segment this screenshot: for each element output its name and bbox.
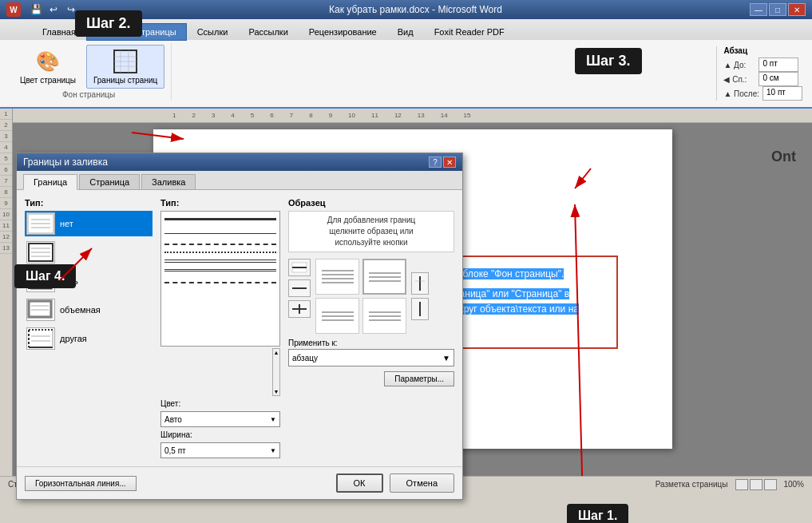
type-frame[interactable]: [25, 240, 152, 265]
ruler-mark-10: 10: [348, 112, 355, 119]
border-line-list[interactable]: [160, 211, 280, 347]
step4-label: Шаг 4.: [14, 264, 76, 288]
ruler-mark-2: 2: [192, 112, 195, 119]
ruler-10: 10: [0, 209, 12, 220]
color-select[interactable]: Авто ▼: [160, 411, 280, 427]
right-label: ◀ Сп.:: [723, 75, 755, 84]
preview-side-btns: [288, 259, 311, 334]
width-select[interactable]: 0,5 пт ▼: [160, 442, 280, 458]
params-button[interactable]: Параметры...: [384, 371, 454, 386]
close-btn[interactable]: ✕: [788, 3, 806, 16]
ruler-12: 12: [0, 232, 12, 243]
preview-lines-3: [322, 311, 354, 321]
dialog-help-btn[interactable]: ?: [429, 157, 442, 168]
preview-box-4[interactable]: [362, 298, 406, 334]
ruler-mark-9: 9: [329, 112, 332, 119]
dialog-tabs: Граница Страница Заливка: [17, 171, 462, 190]
preview-btn-3[interactable]: [288, 300, 311, 318]
preview-btn-right-1[interactable]: [411, 272, 429, 295]
dialog-line-section: Тип: ▲ ▼: [160, 198, 280, 458]
preview-lines-2: [369, 272, 401, 282]
ruler-mark-6: 6: [270, 112, 273, 119]
line-solid-thick[interactable]: [164, 218, 276, 220]
after-field[interactable]: 10 пт: [762, 86, 802, 101]
preview-btn-2[interactable]: [288, 279, 311, 297]
svg-rect-18: [29, 301, 51, 317]
dialog-tab-border[interactable]: Граница: [23, 174, 77, 190]
ppl-3: [322, 278, 354, 279]
ribbon-group-paragraph: Абзац ▲ До: 0 пт ◀ Сп.: 0 см ▲ После:: [716, 46, 802, 101]
tab-references[interactable]: Ссылки: [187, 22, 239, 40]
ruler-11: 11: [0, 220, 12, 232]
line-scroll: ▲ ▼: [160, 348, 280, 396]
horiz-line-button[interactable]: Горизонтальная линия...: [25, 476, 137, 491]
borders-pages-button[interactable]: Границы страниц: [86, 45, 164, 89]
ok-button[interactable]: ОК: [336, 473, 383, 493]
dialog-titlebar: Границы и заливка ? ✕: [17, 153, 462, 171]
scroll-up[interactable]: ▲: [274, 350, 279, 355]
color-page-icon: 🎨: [35, 49, 61, 74]
preview-box-3[interactable]: [315, 298, 359, 334]
tab-review[interactable]: Рецензирование: [299, 22, 387, 40]
line-dash-long[interactable]: [164, 282, 276, 283]
before-field[interactable]: 0 пт: [759, 57, 798, 72]
minimize-btn[interactable]: —: [750, 3, 767, 16]
type-none[interactable]: нет: [25, 211, 152, 236]
ruler-4: 4: [0, 142, 12, 153]
ppl-8: [322, 311, 354, 313]
type-other[interactable]: другая: [25, 326, 152, 351]
preview-box-2[interactable]: [362, 259, 406, 295]
preview-btn-1[interactable]: [288, 259, 311, 276]
type-none-label: нет: [60, 219, 73, 228]
ruler-mark-3: 3: [212, 112, 215, 119]
hint-text: Для добавления границщелкните образец ил…: [288, 211, 454, 252]
color-field-label: Цвет:: [160, 399, 200, 408]
dialog-tab-page[interactable]: Страница: [79, 174, 140, 189]
status-view-label: Разметка страницы: [656, 480, 728, 489]
tab-view[interactable]: Вид: [387, 22, 424, 40]
ribbon-content: 🎨 Цвет страницы: [0, 40, 812, 109]
view-btn-1[interactable]: [735, 479, 748, 490]
ruler-mark-5: 5: [251, 112, 254, 119]
preview-area: [288, 259, 454, 334]
cancel-button[interactable]: Отмена: [390, 473, 454, 493]
ruler-mark-1: 1: [172, 112, 176, 119]
scroll-down[interactable]: ▼: [274, 389, 279, 394]
preview-lines-1: [322, 270, 354, 283]
line-dotted[interactable]: [164, 252, 276, 253]
line-solid-thin[interactable]: [164, 233, 276, 234]
preview-lines-4: [369, 311, 401, 321]
after-row: ▲ После: 10 пт: [723, 86, 802, 101]
type-3d[interactable]: объемная: [25, 297, 152, 323]
dialog-controls: ? ✕: [429, 157, 456, 168]
view-btn-3[interactable]: [764, 479, 777, 490]
borders-pages-icon: [113, 49, 138, 74]
undo-quick-btn[interactable]: ↩: [46, 2, 61, 17]
color-page-button[interactable]: 🎨 Цвет страницы: [13, 45, 83, 89]
line-double[interactable]: [164, 260, 276, 263]
ruler-mark-4: 4: [231, 112, 234, 119]
type-frame-icon: [26, 241, 55, 263]
ruler-mark-11: 11: [371, 112, 378, 119]
preview-box-1[interactable]: [315, 259, 359, 295]
before-row: ▲ До: 0 пт: [723, 57, 802, 72]
step2-label: Шаг 2.: [75, 10, 142, 37]
scrollbar[interactable]: ▲ ▼: [272, 348, 280, 396]
maximize-btn[interactable]: □: [769, 3, 786, 16]
dialog-tab-fill[interactable]: Заливка: [141, 174, 196, 189]
ruler-9: 9: [0, 198, 12, 209]
save-quick-btn[interactable]: 💾: [29, 2, 43, 17]
zoom-level: 100%: [783, 480, 804, 489]
ruler-mark-13: 13: [418, 112, 425, 119]
preview-btn-right-2[interactable]: [411, 298, 429, 320]
line-dashed[interactable]: [164, 244, 276, 245]
tab-foxit[interactable]: Foxit Reader PDF: [424, 22, 515, 40]
ppl-6: [369, 276, 401, 278]
apply-select[interactable]: абзацу ▼: [288, 349, 454, 366]
apply-arrow: ▼: [442, 354, 450, 363]
line-double-thick[interactable]: [164, 269, 276, 272]
tab-mailings[interactable]: Рассылки: [238, 22, 298, 40]
dialog-close-btn[interactable]: ✕: [443, 157, 456, 168]
view-btn-2[interactable]: [750, 479, 762, 490]
right-field[interactable]: 0 см: [759, 72, 798, 86]
